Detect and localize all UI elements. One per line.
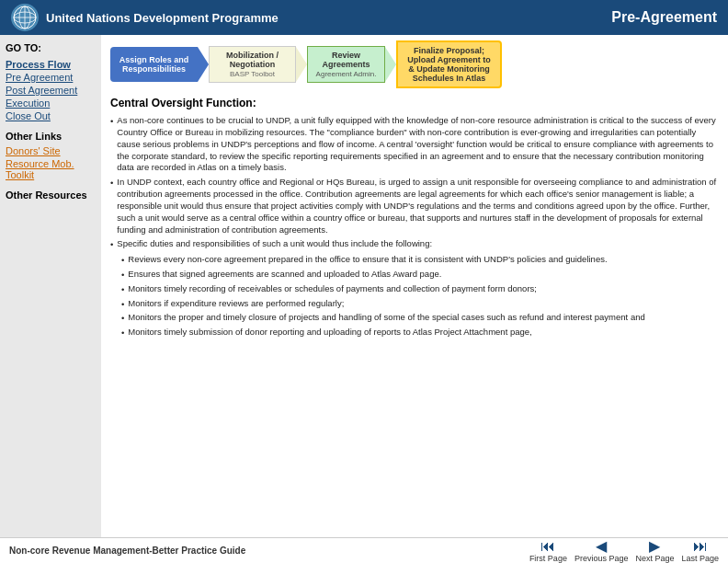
flow-step-finalize-label: Finalize Proposal; Upload Agreement to &… [404, 46, 495, 83]
sidebar-item-donors-site[interactable]: Donors' Site [6, 145, 96, 156]
sidebar-item-close-out[interactable]: Close Out [6, 110, 96, 121]
page-header: United Nations Development Programme Pre… [0, 0, 728, 35]
sub-bullet-6-dot: • [121, 327, 124, 339]
sub-bullet-4-dot: • [121, 299, 124, 311]
section-title: Central Oversight Function: [110, 96, 719, 110]
flow-arrow-3 [385, 47, 396, 82]
flow-step-finalize[interactable]: Finalize Proposal; Upload Agreement to &… [396, 40, 502, 88]
other-links-label: Other Links [6, 131, 96, 142]
next-page-label: Next Page [635, 554, 674, 563]
sub-bullet-1-dot: • [121, 255, 124, 267]
flow-step-assign-label: Assign Roles and Responsibilities [116, 55, 192, 74]
flow-step-mobilization-sub: BASP Toolbot [230, 70, 275, 78]
sidebar-item-process-flow[interactable]: Process Flow [6, 59, 96, 70]
page-footer: Non-core Revenue Management-Better Pract… [0, 537, 728, 563]
sidebar: GO TO: Process Flow Pre Agreement Post A… [0, 35, 101, 563]
logo-area: United Nations Development Programme [11, 4, 279, 31]
sub-bullet-5: • Monitors the proper and timely closure… [121, 312, 719, 325]
sub-bullet-4: • Monitors if expenditure reviews are pe… [121, 298, 719, 311]
sidebar-item-resource-mob[interactable]: Resource Mob. Toolkit [6, 158, 96, 180]
bullet-item-1: • As non-core continues to be crucial to… [110, 115, 719, 174]
footer-title: Non-core Revenue Management-Better Pract… [9, 546, 245, 556]
first-page-icon: ⏮ [540, 539, 555, 554]
sub-bullet-3: • Monitors timely recording of receivabl… [121, 283, 719, 296]
bullet-3-text: Specific duties and responsibilities of … [117, 238, 719, 251]
sub-bullet-6-text: Monitors timely submission of donor repo… [128, 327, 719, 339]
bullet-2-text: In UNDP context, each country office and… [117, 177, 719, 236]
flow-step-mobilization-label: Mobilization / Negotiation [215, 51, 290, 69]
sub-bullet-1-text: Reviews every non-core agreement prepare… [128, 254, 719, 267]
last-page-icon: ⏭ [693, 539, 708, 554]
sub-bullet-5-dot: • [121, 313, 124, 325]
previous-page-button[interactable]: ◀ Previous Page [574, 539, 629, 563]
last-page-button[interactable]: ⏭ Last Page [681, 539, 719, 563]
first-page-button[interactable]: ⏮ First Page [529, 539, 567, 563]
flow-step-review[interactable]: Review Agreements Agreement Admin. [307, 46, 385, 83]
sidebar-item-execution[interactable]: Execution [6, 98, 96, 109]
flow-step-review-label: Review Agreements [313, 51, 379, 69]
sub-bullet-2: • Ensures that signed agreements are sca… [121, 269, 719, 282]
previous-page-label: Previous Page [574, 554, 629, 563]
sidebar-item-post-agreement[interactable]: Post Agreement [6, 85, 96, 96]
bullet-2-dot: • [110, 178, 113, 236]
next-page-button[interactable]: ▶ Next Page [635, 539, 674, 563]
next-page-icon: ▶ [649, 539, 660, 554]
bullet-item-3: • Specific duties and responsibilities o… [110, 238, 719, 251]
bullet-item-2: • In UNDP context, each country office a… [110, 177, 719, 236]
un-logo-icon [11, 4, 39, 31]
process-flow-bar: Assign Roles and Responsibilities Mobili… [110, 40, 719, 88]
flow-step-review-sub: Agreement Admin. [316, 70, 377, 78]
sub-bullet-3-text: Monitors timely recording of receivables… [128, 283, 719, 296]
sub-bullet-1: • Reviews every non-core agreement prepa… [121, 254, 719, 267]
first-page-label: First Page [529, 554, 567, 563]
main-layout: GO TO: Process Flow Pre Agreement Post A… [0, 35, 728, 563]
flow-step-assign[interactable]: Assign Roles and Responsibilities [110, 47, 198, 82]
last-page-label: Last Page [681, 554, 719, 563]
org-name: United Nations Development Programme [46, 11, 279, 25]
bullet-1-dot: • [110, 116, 113, 174]
sub-bullet-4-text: Monitors if expenditure reviews are perf… [128, 298, 719, 311]
sub-bullet-2-dot: • [121, 270, 124, 282]
main-content-body: Central Oversight Function: • As non-cor… [110, 96, 719, 339]
flow-arrow-2 [296, 47, 307, 82]
sub-bullet-2-text: Ensures that signed agreements are scann… [128, 269, 719, 282]
page-title: Pre-Agreement [611, 9, 717, 26]
bullet-3-dot: • [110, 239, 113, 251]
sub-bullet-6: • Monitors timely submission of donor re… [121, 327, 719, 339]
footer-navigation: ⏮ First Page ◀ Previous Page ▶ Next Page… [529, 539, 719, 563]
sidebar-item-pre-agreement[interactable]: Pre Agreement [6, 72, 96, 83]
flow-step-mobilization[interactable]: Mobilization / Negotiation BASP Toolbot [209, 46, 296, 83]
bullet-1-text: As non-core continues to be crucial to U… [117, 115, 719, 174]
goto-label: GO TO: [6, 42, 96, 53]
content-area: Assign Roles and Responsibilities Mobili… [101, 35, 728, 563]
sub-bullet-3-dot: • [121, 284, 124, 296]
previous-page-icon: ◀ [596, 539, 607, 554]
sub-bullet-5-text: Monitors the proper and timely closure o… [128, 312, 719, 325]
other-resources-label: Other Resources [6, 190, 96, 201]
flow-arrow-1 [198, 47, 209, 82]
